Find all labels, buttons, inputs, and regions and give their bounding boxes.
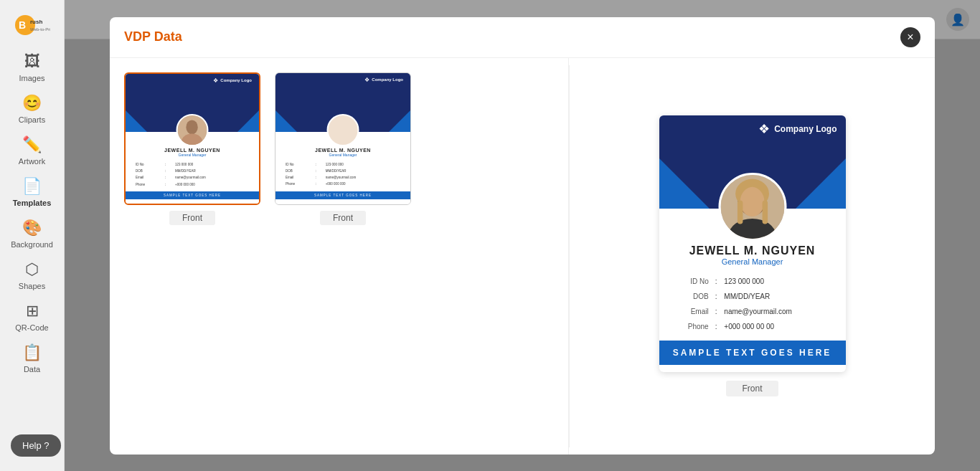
- email-label: Email: [675, 305, 712, 318]
- svg-rect-13: [762, 201, 767, 224]
- sidebar-item-templates[interactable]: 📄 Templates: [0, 171, 64, 213]
- sidebar-item-shapes-label: Shapes: [19, 282, 45, 290]
- id-card-1-sample: SAMPLE TEXT GOES HERE: [126, 191, 259, 199]
- help-button[interactable]: Help ?: [11, 434, 61, 457]
- chevron-left-1: [126, 110, 147, 132]
- card-front-label-1[interactable]: Front: [169, 211, 215, 225]
- shapes-icon: ⬡: [25, 260, 39, 279]
- sidebar-item-images[interactable]: 🖼 Images: [0, 47, 64, 88]
- sidebar-item-background-label: Background: [11, 240, 53, 249]
- sidebar-item-cliparts-label: Cliparts: [19, 115, 45, 124]
- large-photo-circle: [718, 173, 786, 241]
- modal-body: ❖ Company Logo: [110, 58, 935, 455]
- svg-point-10: [740, 187, 764, 217]
- large-id-fields: ID No : 123 000 000 DOB : MM/DD/YEAR: [659, 273, 846, 335]
- sidebar-item-shapes[interactable]: ⬡ Shapes: [0, 254, 64, 296]
- sidebar-item-qrcode[interactable]: ⊞ QR-Code: [0, 296, 64, 338]
- large-id-card-preview: ❖ Company Logo: [659, 115, 846, 372]
- id-card-1-fields: ID No:123 000 000 DOB:MM/DD/YEAR Email:n…: [126, 161, 259, 189]
- id-no-label: ID No: [675, 275, 712, 288]
- modal-title: VDP Data: [124, 29, 182, 44]
- id-card-2-role: General Manager: [275, 153, 410, 157]
- sidebar: B rush Web-to-Print 🖼 Images 😊 Cliparts …: [0, 0, 65, 471]
- dob-value: MM/DD/YEAR: [724, 290, 829, 303]
- vdp-modal: VDP Data × ❖ Company Logo: [110, 17, 935, 455]
- card-wrapper-2: ❖ Company Logo JEWELL M. NGUYEN Gen: [275, 72, 411, 225]
- sidebar-item-data-label: Data: [24, 365, 40, 374]
- sidebar-item-qrcode-label: QR-Code: [15, 323, 48, 332]
- large-id-name: JEWELL M. NGUYEN: [659, 244, 846, 257]
- logo-icon-2: ❖: [364, 77, 369, 83]
- modal-overlay: VDP Data × ❖ Company Logo: [65, 0, 980, 471]
- phone-value: +000 000 00 00: [724, 320, 829, 333]
- preview-panel: ❖ Company Logo: [570, 58, 935, 455]
- logo-icon-1: ❖: [213, 77, 218, 84]
- id-card-2-name: JEWELL M. NGUYEN: [275, 148, 410, 153]
- sidebar-item-cliparts[interactable]: 😊 Cliparts: [0, 88, 64, 130]
- modal-header: VDP Data ×: [110, 17, 935, 58]
- sidebar-item-data[interactable]: 📋 Data: [0, 338, 64, 379]
- id-card-1-header: ❖ Company Logo: [126, 74, 259, 132]
- id-card-1-logo: ❖ Company Logo: [213, 77, 252, 84]
- sidebar-item-artwork[interactable]: ✏️ Artwork: [0, 130, 64, 171]
- id-card-2-fields: ID No:123 000 000 DOB:MM/DD/YEAR Email:n…: [275, 161, 410, 189]
- large-id-header: ❖ Company Logo: [659, 115, 846, 209]
- svg-rect-12: [737, 201, 742, 224]
- large-chevron-right: [796, 158, 846, 209]
- data-icon: 📋: [22, 343, 42, 362]
- large-logo-text: Company Logo: [774, 124, 837, 134]
- id-card-2[interactable]: ❖ Company Logo JEWELL M. NGUYEN Gen: [275, 72, 411, 205]
- sidebar-item-background[interactable]: 🎨 Background: [0, 213, 64, 254]
- qrcode-icon: ⊞: [26, 302, 39, 320]
- id-card-1-photo: [176, 114, 209, 146]
- id-card-1-name: JEWELL M. NGUYEN: [126, 148, 259, 153]
- id-card-2-inner: ❖ Company Logo JEWELL M. NGUYEN Gen: [275, 73, 410, 204]
- email-value: name@yourmail.com: [724, 305, 829, 318]
- id-card-2-logo: ❖ Company Logo: [364, 77, 403, 83]
- cliparts-icon: 😊: [22, 94, 42, 113]
- images-icon: 🖼: [24, 52, 40, 71]
- templates-icon: 📄: [22, 177, 42, 196]
- large-chevron-left: [659, 158, 710, 209]
- app-logo[interactable]: B rush Web-to-Print: [7, 7, 57, 43]
- sidebar-item-images-label: Images: [19, 74, 44, 82]
- id-card-2-photo: [327, 114, 359, 146]
- id-no-value: 123 000 000: [724, 275, 829, 288]
- svg-point-5: [186, 120, 197, 134]
- dob-label: DOB: [675, 290, 712, 303]
- chevron-right-1: [237, 110, 259, 132]
- svg-text:rush: rush: [30, 19, 42, 25]
- large-id-sample-bar: SAMPLE TEXT GOES HERE: [659, 341, 846, 365]
- background-icon: 🎨: [22, 219, 42, 237]
- large-id-role: General Manager: [659, 257, 846, 266]
- svg-text:B: B: [19, 19, 26, 31]
- id-card-1-role: General Manager: [126, 153, 259, 157]
- id-card-1-inner: ❖ Company Logo: [126, 74, 259, 204]
- artwork-icon: ✏️: [22, 135, 42, 154]
- large-id-logo: ❖ Company Logo: [758, 121, 837, 137]
- phone-label: Phone: [675, 320, 712, 333]
- large-front-label[interactable]: Front: [726, 381, 778, 396]
- svg-text:Web-to-Print: Web-to-Print: [30, 27, 50, 32]
- large-logo-icon: ❖: [758, 121, 770, 137]
- logo-text-1: Company Logo: [220, 78, 252, 82]
- chevron-left-2: [275, 110, 297, 132]
- logo-text-2: Company Logo: [372, 77, 403, 82]
- card-front-label-2[interactable]: Front: [320, 211, 366, 225]
- chevron-right-2: [389, 110, 410, 132]
- sidebar-item-templates-label: Templates: [13, 199, 52, 207]
- sidebar-item-artwork-label: Artwork: [19, 157, 45, 166]
- id-card-2-sample: SAMPLE TEXT GOES HERE: [275, 191, 410, 199]
- id-card-2-header: ❖ Company Logo: [275, 73, 410, 132]
- cards-panel: ❖ Company Logo: [110, 58, 569, 455]
- id-card-1[interactable]: ❖ Company Logo: [124, 72, 260, 205]
- card-wrapper-1: ❖ Company Logo: [124, 72, 260, 225]
- modal-close-button[interactable]: ×: [900, 27, 920, 47]
